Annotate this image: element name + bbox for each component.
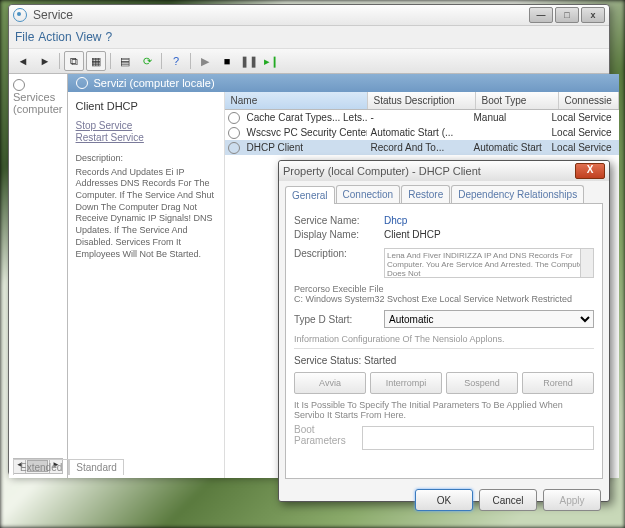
apply-button[interactable]: Apply	[543, 489, 601, 511]
description-box[interactable]: Lena And Fiver INDIRIZZA IP And DNS Reco…	[384, 248, 594, 278]
resume-button[interactable]: Rorend	[522, 372, 594, 394]
col-status[interactable]: Status Description	[368, 92, 476, 109]
info-text: Information Configuratione Of The Nensio…	[294, 334, 594, 349]
props-button[interactable]: ▦	[86, 51, 106, 71]
tab-connection[interactable]: Connection	[336, 185, 401, 203]
col-boot[interactable]: Boot Type	[476, 92, 559, 109]
status-label: Service Status:	[294, 355, 361, 366]
start-type-label: Type D Start:	[294, 314, 384, 325]
boot-param-label: Boot Parameters	[294, 424, 362, 446]
pause-button[interactable]: Sospend	[446, 372, 518, 394]
gear-icon	[228, 142, 240, 154]
note-text: It Is Possible To Specify The Initial Pa…	[294, 400, 594, 420]
menu-file[interactable]: File	[15, 30, 34, 44]
detail-title: Client DHCP	[76, 100, 216, 112]
restart-icon[interactable]: ▸❙	[261, 51, 281, 71]
close-button[interactable]: x	[581, 7, 605, 23]
tab-extended[interactable]: Extended	[13, 459, 69, 475]
ok-button[interactable]: OK	[415, 489, 473, 511]
app-icon	[13, 8, 27, 22]
back-button[interactable]: ◄	[13, 51, 33, 71]
content-header: Servizi (computer locale)	[68, 74, 619, 92]
maximize-button[interactable]: □	[555, 7, 579, 23]
export-icon[interactable]: ▤	[115, 51, 135, 71]
gear-icon	[228, 127, 240, 139]
tree-pane[interactable]: Services (computer ◄►	[9, 74, 68, 478]
dialog-title: Property (local Computer) - DHCP Client	[283, 165, 575, 177]
window-title: Service	[33, 8, 529, 22]
minimize-button[interactable]: —	[529, 7, 553, 23]
column-headers[interactable]: Name Status Description Boot Type Connes…	[225, 92, 619, 110]
status-value: Started	[364, 355, 396, 366]
dialog-body: Service Name: Dhcp Display Name: Client …	[285, 203, 603, 479]
display-name-value: Client DHCP	[384, 229, 594, 240]
stop-service-link[interactable]: Stop Service	[76, 120, 216, 131]
toolbar: ◄ ► ⧉ ▦ ▤ ⟳ ? ▶ ■ ❚❚ ▸❙	[9, 48, 609, 74]
path-value: C: Windows System32 Svchost Exe Local Se…	[294, 294, 594, 304]
dialog-tabs: General Connection Restore Dependency Re…	[279, 181, 609, 203]
dialog-close-button[interactable]: X	[575, 163, 605, 179]
gear-icon	[76, 77, 88, 89]
description-label: Description:	[294, 248, 384, 259]
help-icon[interactable]: ?	[166, 51, 186, 71]
menu-help[interactable]: ?	[106, 30, 113, 44]
service-name-value: Dhcp	[384, 215, 594, 226]
menu-action[interactable]: Action	[38, 30, 71, 44]
path-label: Percorso Execible File	[294, 284, 594, 294]
refresh-icon[interactable]: ⟳	[137, 51, 157, 71]
desc-text: Records And Updates Ei IP Addresses DNS …	[76, 167, 216, 261]
tree-root[interactable]: Services (computer	[13, 78, 63, 115]
title-bar[interactable]: Service — □ x	[9, 5, 609, 26]
view-tabs[interactable]: ExtendedStandard	[13, 462, 124, 473]
header-title: Servizi (computer locale)	[94, 77, 215, 89]
tab-standard[interactable]: Standard	[69, 459, 124, 475]
stop-icon[interactable]: ■	[217, 51, 237, 71]
restart-service-link[interactable]: Restart Service	[76, 132, 216, 143]
properties-dialog: Property (local Computer) - DHCP Client …	[278, 160, 610, 502]
detail-pane: Client DHCP Stop Service Restart Service…	[68, 92, 225, 478]
table-row[interactable]: Cache Carat Types... Lets... - Manual Lo…	[225, 110, 619, 125]
gear-icon	[13, 79, 25, 91]
stop-button[interactable]: Interrompi	[370, 372, 442, 394]
tab-restore[interactable]: Restore	[401, 185, 450, 203]
tab-general[interactable]: General	[285, 186, 335, 204]
up-button[interactable]: ⧉	[64, 51, 84, 71]
pause-icon[interactable]: ❚❚	[239, 51, 259, 71]
cancel-button[interactable]: Cancel	[479, 489, 537, 511]
forward-button[interactable]: ►	[35, 51, 55, 71]
desc-label: Description:	[76, 153, 216, 165]
tab-dependencies[interactable]: Dependency Relationships	[451, 185, 584, 203]
dialog-title-bar[interactable]: Property (local Computer) - DHCP Client …	[279, 161, 609, 181]
service-name-label: Service Name:	[294, 215, 384, 226]
menu-bar: File Action View ?	[9, 26, 609, 48]
start-type-select[interactable]: Automatic	[384, 310, 594, 328]
desc-scrollbar[interactable]	[580, 249, 593, 277]
start-button[interactable]: Avvia	[294, 372, 366, 394]
col-name[interactable]: Name	[225, 92, 368, 109]
menu-view[interactable]: View	[76, 30, 102, 44]
col-conn[interactable]: Connessie	[559, 92, 619, 109]
play-icon[interactable]: ▶	[195, 51, 215, 71]
boot-param-input[interactable]	[362, 426, 594, 450]
display-name-label: Display Name:	[294, 229, 384, 240]
table-row[interactable]: DHCP Client Record And To... Automatic S…	[225, 140, 619, 155]
gear-icon	[228, 112, 240, 124]
table-row[interactable]: Wscsvc PC Security Center (C.. Automatic…	[225, 125, 619, 140]
